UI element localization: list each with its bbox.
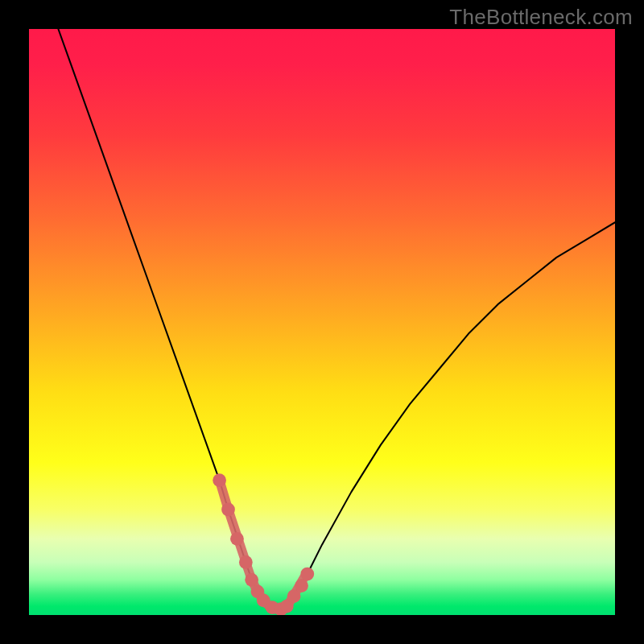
highlight-marker	[295, 579, 308, 592]
highlight-marker	[213, 473, 226, 487]
watermark-text: TheBottleneck.com	[449, 5, 633, 30]
highlight-marker	[221, 503, 235, 517]
highlight-marker	[230, 532, 244, 546]
chart-stage: TheBottleneck.com	[0, 0, 644, 644]
highlight-marker	[300, 568, 314, 581]
highlight-marker	[245, 573, 258, 587]
highlight-marker	[239, 555, 253, 569]
chart-svg	[29, 29, 615, 615]
bottleneck-curve-line	[58, 29, 615, 609]
plot-area	[29, 29, 615, 615]
